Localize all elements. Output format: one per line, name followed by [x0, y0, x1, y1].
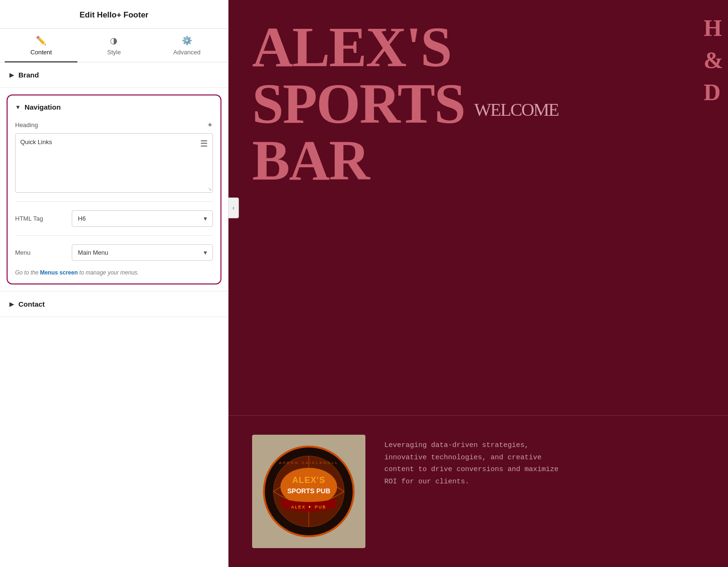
- svg-text:AHERN SAIKLANDLL: AHERN SAIKLANDLL: [279, 461, 339, 465]
- heading-label: Heading ✦: [15, 120, 213, 129]
- preview-panel: ALEX'S SPORTSWELCOME BAR H & D ‹: [229, 0, 728, 567]
- navigation-section-label: Navigation: [25, 103, 61, 111]
- content-icon: ✏️: [36, 35, 46, 46]
- database-icon[interactable]: ☰: [200, 138, 208, 149]
- hero-line1: ALEX'S: [252, 19, 559, 76]
- style-icon: ◑: [110, 35, 118, 46]
- logo-container: ALEX'S SPORTS PUB ALEX ✦ PUB AHERN SAIKL…: [252, 435, 365, 548]
- right-char-1: H: [703, 14, 723, 42]
- right-char-2: &: [703, 46, 723, 74]
- tab-style-label: Style: [107, 49, 121, 56]
- brand-arrow-icon: ▶: [9, 72, 14, 78]
- navigation-section: ▼ Navigation Heading ✦ Quick Links ☰ ↘ H…: [7, 94, 221, 284]
- contact-section-header[interactable]: ▶ Contact: [0, 291, 228, 317]
- hero-title: ALEX'S SPORTSWELCOME BAR: [252, 19, 559, 189]
- collapse-icon: ‹: [233, 205, 235, 211]
- sparkle-icon[interactable]: ✦: [207, 120, 213, 129]
- divider-2: [15, 235, 213, 236]
- hero-line3: BAR: [252, 132, 559, 189]
- right-edge-chars: H & D: [703, 14, 723, 106]
- tab-content-label: Content: [30, 49, 52, 56]
- html-tag-row: HTML Tag H1 H2 H3 H4 H5 H6 div span p ▼: [15, 210, 213, 227]
- divider-1: [15, 201, 213, 202]
- right-char-3: D: [703, 78, 723, 106]
- html-tag-select-wrapper: H1 H2 H3 H4 H5 H6 div span p ▼: [72, 210, 213, 227]
- menu-label: Menu: [15, 249, 72, 256]
- tab-style[interactable]: ◑ Style: [77, 29, 150, 62]
- tab-content[interactable]: ✏️ Content: [5, 29, 77, 62]
- heading-textarea-wrapper: Quick Links ☰ ↘: [15, 133, 213, 193]
- menu-help-text: Go to the Menus screen to manage your me…: [15, 269, 213, 276]
- hero-section: ALEX'S SPORTSWELCOME BAR H & D ‹: [229, 0, 728, 415]
- hero-line2: SPORTSWELCOME: [252, 72, 559, 135]
- collapse-button[interactable]: ‹: [229, 198, 239, 218]
- menu-select-wrapper: Main Menu Footer Menu Primary Menu ▼: [72, 244, 213, 261]
- heading-textarea[interactable]: Quick Links: [16, 134, 212, 190]
- advanced-icon: ⚙️: [182, 35, 192, 46]
- html-tag-label: HTML Tag: [15, 215, 72, 222]
- tab-advanced-label: Advanced: [173, 49, 201, 56]
- tab-advanced[interactable]: ⚙️ Advanced: [151, 29, 223, 62]
- brand-section-label: Brand: [18, 71, 39, 79]
- svg-text:ALEX'S: ALEX'S: [292, 475, 325, 485]
- panel-title: Edit Hello+ Footer: [0, 0, 228, 29]
- tabs-bar: ✏️ Content ◑ Style ⚙️ Advanced: [0, 29, 228, 62]
- contact-arrow-icon: ▶: [9, 301, 14, 308]
- heading-field-row: Heading ✦ Quick Links ☰ ↘: [15, 120, 213, 193]
- bottom-description: Leveraging data-driven strategies, innov…: [384, 435, 564, 548]
- svg-point-3: [280, 468, 337, 506]
- logo-svg: ALEX'S SPORTS PUB ALEX ✦ PUB AHERN SAIKL…: [262, 444, 356, 539]
- svg-text:SPORTS PUB: SPORTS PUB: [287, 487, 330, 495]
- html-tag-select[interactable]: H1 H2 H3 H4 H5 H6 div span p: [72, 210, 213, 227]
- contact-section-label: Contact: [18, 300, 45, 308]
- menu-row: Menu Main Menu Footer Menu Primary Menu …: [15, 244, 213, 261]
- menu-select[interactable]: Main Menu Footer Menu Primary Menu: [72, 244, 213, 261]
- resize-handle: ↘: [208, 186, 212, 191]
- left-panel: Edit Hello+ Footer ✏️ Content ◑ Style ⚙️…: [0, 0, 229, 567]
- navigation-arrow-icon: ▼: [15, 104, 21, 111]
- brand-section-header[interactable]: ▶ Brand: [0, 62, 228, 88]
- bottom-section: ALEX'S SPORTS PUB ALEX ✦ PUB AHERN SAIKL…: [229, 415, 728, 567]
- welcome-text: WELCOME: [474, 100, 559, 120]
- menus-screen-link[interactable]: Menus screen: [40, 269, 78, 276]
- svg-text:ALEX ✦ PUB: ALEX ✦ PUB: [291, 505, 327, 509]
- navigation-section-header[interactable]: ▼ Navigation: [15, 103, 213, 111]
